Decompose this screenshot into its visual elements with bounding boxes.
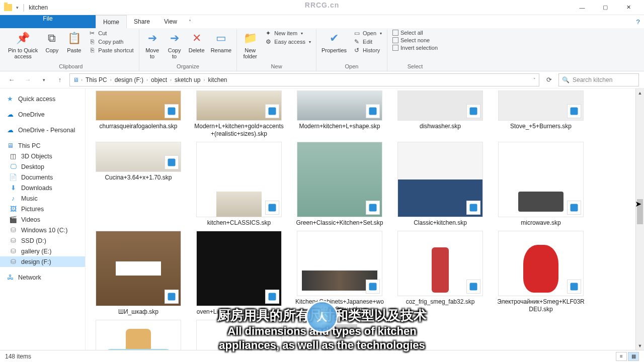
file-item[interactable]: Green+Classic+Kitchen+Set.skp: [292, 142, 387, 227]
scroll-thumb[interactable]: [637, 199, 643, 224]
easy-access-button[interactable]: ⚙Easy access▾: [262, 38, 313, 46]
tab-share[interactable]: Share: [127, 15, 157, 28]
up-button[interactable]: ↑: [53, 73, 66, 86]
rename-button[interactable]: ▭Rename: [209, 29, 234, 54]
paste-shortcut-button[interactable]: ⎘Paste shortcut: [86, 46, 135, 54]
nav-videos[interactable]: 🎬Videos: [0, 214, 85, 225]
open-button[interactable]: ▭Open▾: [351, 29, 384, 37]
nav-documents[interactable]: 📄Documents: [0, 172, 85, 183]
bc-kitchen[interactable]: kitchen: [207, 76, 228, 83]
drive-icon: ⛁: [9, 247, 17, 255]
copy-path-icon: ⎘: [88, 38, 96, 45]
recent-button[interactable]: ▾: [37, 73, 50, 86]
nav-quick-access[interactable]: ★Quick access: [0, 94, 85, 104]
delete-button[interactable]: ✕Delete: [187, 29, 207, 54]
nav-drive-e[interactable]: ⛁gallery (E:): [0, 246, 85, 256]
nav-pictures[interactable]: 🖼Pictures: [0, 204, 85, 214]
file-item[interactable]: churrasqueirafogaolenha.skp: [91, 90, 186, 138]
back-button[interactable]: ←: [5, 73, 18, 86]
refresh-button[interactable]: ⟳: [542, 73, 555, 86]
edit-button[interactable]: ✎Edit: [351, 38, 384, 46]
file-item[interactable]: Classic+kitchen.skp: [392, 142, 488, 227]
svg-rect-1: [269, 108, 276, 115]
properties-button[interactable]: ✔Properties: [319, 29, 349, 54]
file-item[interactable]: dishwasher.skp: [392, 90, 488, 138]
file-item[interactable]: microwave.skp: [493, 142, 589, 227]
nav-this-pc[interactable]: 🖥This PC: [0, 140, 85, 151]
thumbnail: [297, 320, 382, 350]
file-item[interactable]: Modern+kitchen+L+shape.skp: [292, 90, 387, 138]
close-button[interactable]: ✕: [617, 0, 640, 15]
file-name: Green+Classic+Kitchen+Set.skp: [296, 219, 383, 227]
file-item[interactable]: coz_frig_smeg_fab32.skp: [392, 231, 488, 316]
history-button[interactable]: ↺History: [351, 46, 384, 54]
skp-badge-icon: [165, 155, 179, 169]
invert-selection-button[interactable]: Invert selection: [390, 44, 440, 51]
breadcrumb[interactable]: 🖥 › This PC › design (F:) › object › ske…: [69, 73, 539, 86]
svg-rect-14: [571, 283, 578, 291]
bc-sketchup[interactable]: sketch up: [174, 76, 201, 83]
file-item[interactable]: Modern+L+kitchen+gold+accents+(realistic…: [191, 90, 287, 138]
cut-button[interactable]: ✂Cut: [86, 29, 135, 37]
bc-design[interactable]: design (F:): [114, 76, 144, 83]
thumbnails-view-button[interactable]: ▦: [628, 352, 639, 361]
skp-badge-icon: [165, 104, 179, 118]
tab-file[interactable]: File: [0, 15, 96, 28]
file-item[interactable]: Kitchen+Cabinets+Japanese+wood+&+Grey+.s…: [292, 231, 387, 316]
new-folder-button[interactable]: 📁New folder: [240, 29, 260, 60]
file-item[interactable]: cooktop+hood.skp: [292, 320, 387, 350]
new-item-button[interactable]: ✦New item▾: [262, 29, 313, 37]
paste-button[interactable]: 📋 Paste: [64, 29, 84, 54]
maximize-button[interactable]: ▢: [594, 0, 617, 15]
pin-quick-access-button[interactable]: 📌 Pin to Quick access: [6, 29, 40, 60]
collapse-ribbon-icon[interactable]: ˄: [184, 15, 196, 28]
select-all-button[interactable]: Select all: [390, 29, 440, 36]
cloud-icon: ☁: [6, 111, 14, 118]
forward-button[interactable]: →: [21, 73, 34, 86]
nav-drive-c[interactable]: ⛁Windows 10 (C:): [0, 225, 85, 235]
file-item[interactable]: Stove_+5+Burners.skp: [493, 90, 589, 138]
file-item[interactable]: kitchen+CLASSICS.skp: [191, 142, 287, 227]
copy-to-button[interactable]: ➔Copy to: [165, 29, 185, 60]
chevron-down-icon[interactable]: ˅: [533, 77, 536, 82]
tab-home[interactable]: Home: [96, 15, 127, 28]
select-none-button[interactable]: Select none: [390, 37, 440, 44]
move-to-button[interactable]: ➔Move to: [142, 29, 163, 60]
tab-view[interactable]: View: [157, 15, 184, 28]
copy-path-button[interactable]: ⎘Copy path: [86, 38, 135, 46]
file-item[interactable]: oven+Linea+SF4104+black.skp: [191, 231, 287, 316]
minimize-button[interactable]: —: [571, 0, 594, 15]
qat-down-icon[interactable]: ▾: [16, 5, 19, 10]
file-item[interactable]: Электрочайник+Smeg+KLF03RDEU.skp: [493, 231, 589, 316]
copy-icon: ⧉: [44, 30, 60, 46]
group-label-select: Select: [408, 63, 423, 71]
details-view-button[interactable]: ≡: [616, 352, 627, 361]
file-item[interactable]: SMEGtoaster_SMEG.skp: [91, 320, 186, 350]
nav-desktop[interactable]: 🖵Desktop: [0, 161, 85, 172]
copy-button[interactable]: ⧉ Copy: [42, 29, 62, 54]
scroll-down-icon[interactable]: ▼: [636, 341, 644, 350]
ribbon-group-clipboard: 📌 Pin to Quick access ⧉ Copy 📋 Paste ✂Cu…: [3, 29, 139, 71]
video-icon: 🎬: [9, 216, 17, 223]
help-icon[interactable]: ?: [632, 15, 644, 28]
bc-thispc[interactable]: This PC: [85, 76, 108, 83]
nav-3d-objects[interactable]: ◫3D Objects: [0, 151, 85, 161]
file-item[interactable]: R01-30.skp: [191, 320, 287, 350]
nav-network[interactable]: 🖧Network: [0, 272, 85, 283]
nav-onedrive-personal[interactable]: ☁OneDrive - Personal: [0, 125, 85, 135]
thumbnail: [196, 320, 282, 350]
search-input[interactable]: 🔍 Search kitchen: [558, 73, 639, 86]
nav-drive-f[interactable]: ⛁design (F:): [0, 256, 85, 267]
thumbnail: [96, 231, 181, 306]
file-item[interactable]: Cucina+3.64+x+1.70.skp: [91, 142, 186, 227]
vertical-scrollbar[interactable]: ▲ ▼: [635, 88, 644, 350]
nav-drive-d[interactable]: ⛁SSD (D:): [0, 235, 85, 246]
scroll-up-icon[interactable]: ▲: [636, 88, 644, 97]
nav-onedrive[interactable]: ☁OneDrive: [0, 109, 85, 120]
svg-rect-3: [470, 108, 477, 115]
ribbon-group-select: Select all Select none Invert selection …: [387, 29, 443, 71]
file-item[interactable]: ШИ_шкаф.skp: [91, 231, 186, 316]
nav-downloads[interactable]: ⬇Downloads: [0, 183, 85, 193]
bc-object[interactable]: object: [150, 76, 168, 83]
nav-music[interactable]: ♪Music: [0, 193, 85, 204]
